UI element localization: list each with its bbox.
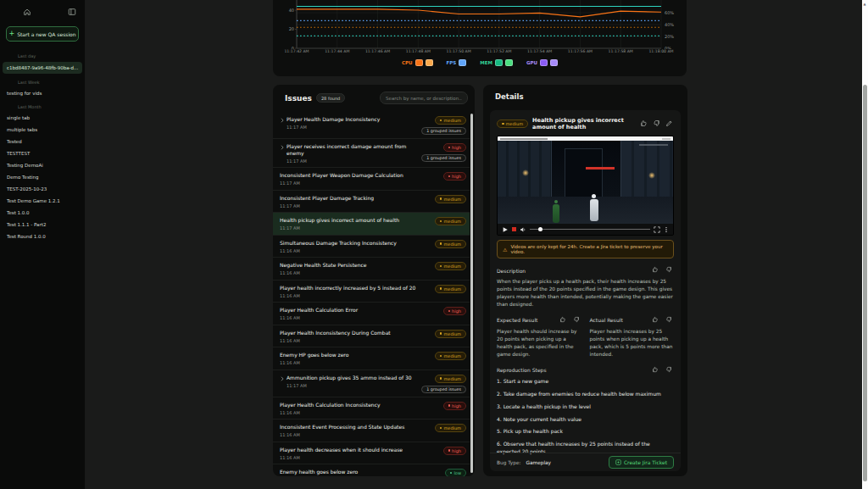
white-character — [589, 194, 599, 221]
chart-x-tick-label: 11:17:46 AM — [359, 49, 397, 53]
issue-row[interactable]: Health pickup gives incorrect amount of … — [273, 213, 470, 236]
session-item[interactable]: multiple tabs — [0, 124, 85, 136]
legend-item-fps[interactable]: FPS — [447, 59, 467, 66]
chevron-right-icon[interactable] — [280, 375, 287, 382]
issue-main: Enemy health goes below zero 11:16 AM — [280, 469, 442, 476]
issue-row[interactable]: Player Health Damage Inconsistency 11:17… — [273, 112, 470, 139]
issue-row[interactable]: Inconsistent Player Weapon Damage Calcul… — [273, 168, 470, 191]
issue-row[interactable]: Negative Health State Persistence 11:16 … — [273, 258, 470, 281]
issue-row[interactable]: Enemy health goes below zero 11:16 AM lo… — [273, 464, 470, 476]
fullscreen-icon[interactable] — [654, 226, 660, 233]
chevron-right-icon[interactable] — [280, 144, 287, 151]
more-options-icon[interactable] — [664, 226, 669, 233]
issues-search-input[interactable] — [380, 92, 468, 104]
thumbs-up-icon[interactable] — [652, 316, 660, 325]
grouped-issues-chip[interactable]: 1 grouped issues — [421, 386, 466, 393]
grouped-issues-chip[interactable]: 1 grouped issues — [421, 127, 466, 135]
issue-row[interactable]: Player Health Inconsistency During Comba… — [273, 325, 470, 348]
issue-side: high — [443, 172, 466, 181]
legend-swatch[interactable] — [495, 59, 503, 66]
start-qa-session-button[interactable]: + Start a new QA session — [6, 26, 79, 42]
grouped-issues-chip[interactable]: 1 grouped issues — [421, 154, 466, 162]
page-scrollbar[interactable]: ▲ — [862, 0, 868, 489]
session-item[interactable]: Testing DemoAi — [0, 159, 85, 171]
thumbs-down-icon[interactable] — [665, 366, 674, 375]
volume-icon[interactable] — [520, 226, 526, 233]
issue-row[interactable]: Inconsistent Event Processing and State … — [273, 420, 470, 442]
legend-item-mem[interactable]: MEM — [480, 59, 513, 66]
video-progress-knob[interactable] — [538, 227, 542, 231]
issue-main: Player receives incorrect damage amount … — [287, 143, 418, 164]
session-item[interactable]: Test Round 1.0.0 — [0, 231, 85, 242]
session-item[interactable]: testing for vids — [0, 87, 85, 99]
session-item[interactable]: Test 1.0.0 — [0, 207, 85, 219]
green-character — [552, 200, 560, 223]
legend-swatch[interactable] — [426, 59, 433, 66]
issue-row[interactable]: Player receives incorrect damage amount … — [273, 139, 470, 168]
issue-video-player[interactable] — [497, 136, 674, 236]
sidebar-toggle-icon[interactable] — [68, 8, 76, 16]
page-scrollbar-thumb[interactable] — [863, 85, 867, 481]
severity-badge: high — [443, 402, 466, 410]
thumbs-down-icon[interactable] — [665, 316, 674, 325]
video-hud-text — [639, 144, 668, 146]
legend-swatch[interactable] — [550, 59, 558, 66]
performance-chart[interactable]: 4020060%40%20%0% — [273, 0, 687, 49]
issue-row[interactable]: Player Health Calculation Inconsistency … — [273, 397, 470, 420]
issue-main: Health pickup gives incorrect amount of … — [280, 217, 431, 231]
thumbs-down-icon[interactable] — [653, 119, 661, 128]
issue-main: Ammunition pickup gives 35 ammo instead … — [287, 375, 418, 388]
legend-item-gpu[interactable]: GPU — [526, 59, 558, 66]
legend-swatch[interactable] — [459, 59, 466, 66]
play-icon[interactable] — [502, 226, 509, 233]
chart-legend: CPUFPSMEMGPU — [273, 59, 687, 66]
issues-scrollbar[interactable] — [470, 114, 473, 473]
issue-side: medium — [435, 424, 466, 432]
video-progress-bar[interactable] — [530, 229, 650, 231]
issue-row[interactable]: Enemy HP goes below zero 11:16 AM medium — [273, 347, 470, 370]
session-item[interactable]: c1bd8487-9a96-48fb-90ba-d... — [3, 62, 82, 74]
home-icon[interactable] — [23, 8, 31, 16]
issue-title: Ammunition pickup gives 35 ammo instead … — [287, 375, 418, 381]
issue-row[interactable]: Player health decreases when it should i… — [273, 442, 470, 465]
legend-swatch[interactable] — [540, 59, 548, 66]
session-item[interactable]: Test Demo Game 1.2.1 — [0, 195, 85, 207]
session-item[interactable]: TEST-2025-10-23 — [0, 183, 85, 195]
issue-main: Inconsistent Player Weapon Damage Calcul… — [280, 172, 440, 186]
issues-header: Issues 28 found — [273, 85, 475, 109]
issue-row[interactable]: Player Health Calculation Error 11:16 AM… — [273, 303, 470, 325]
issue-row[interactable]: Player health incorrectly increased by 5… — [273, 281, 470, 303]
issue-title: Player Health Calculation Error — [280, 307, 440, 314]
chart-x-tick-label: 11:17:52 AM — [481, 49, 518, 53]
issue-row[interactable]: Ammunition pickup gives 35 ammo instead … — [273, 370, 470, 397]
thumbs-down-icon[interactable] — [665, 266, 674, 275]
thumbs-down-icon[interactable] — [573, 316, 581, 325]
issue-time: 11:16 AM — [280, 432, 431, 437]
edit-icon[interactable] — [665, 119, 674, 128]
session-item[interactable]: single tab — [0, 112, 85, 124]
session-item[interactable]: Test 1.1.1 - Part2 — [0, 219, 85, 231]
issue-row[interactable]: Inconsistent Player Damage Tracking 11:1… — [273, 191, 470, 214]
severity-badge: medium — [435, 262, 466, 270]
create-jira-ticket-button[interactable]: Create Jira Ticket — [609, 456, 674, 469]
legend-swatch[interactable] — [415, 59, 423, 66]
thumbs-up-icon[interactable] — [652, 266, 660, 275]
thumbs-up-icon[interactable] — [640, 119, 648, 128]
issue-side: medium — [435, 285, 466, 293]
issue-main: Player Health Inconsistency During Comba… — [280, 330, 431, 343]
session-item[interactable]: Tested — [0, 136, 85, 147]
legend-item-cpu[interactable]: CPU — [402, 59, 433, 66]
thumbs-up-icon[interactable] — [652, 366, 660, 375]
session-item[interactable]: TESTTEST — [0, 147, 85, 159]
svg-text:40: 40 — [289, 8, 294, 13]
issue-time: 11:16 AM — [280, 293, 431, 298]
session-item[interactable]: Demo Testing — [0, 171, 85, 183]
scrollbar-up-arrow-icon[interactable]: ▲ — [864, 2, 866, 6]
issue-row[interactable]: Simultaneous Damage Tracking Inconsisten… — [273, 236, 470, 258]
issue-side: high — [443, 447, 466, 455]
reproduction-step: 4. Note your current health value — [497, 416, 674, 423]
thumbs-up-icon[interactable] — [559, 316, 568, 325]
legend-swatch[interactable] — [505, 59, 513, 66]
issue-time: 11:16 AM — [280, 360, 431, 365]
chevron-right-icon[interactable] — [280, 117, 287, 124]
